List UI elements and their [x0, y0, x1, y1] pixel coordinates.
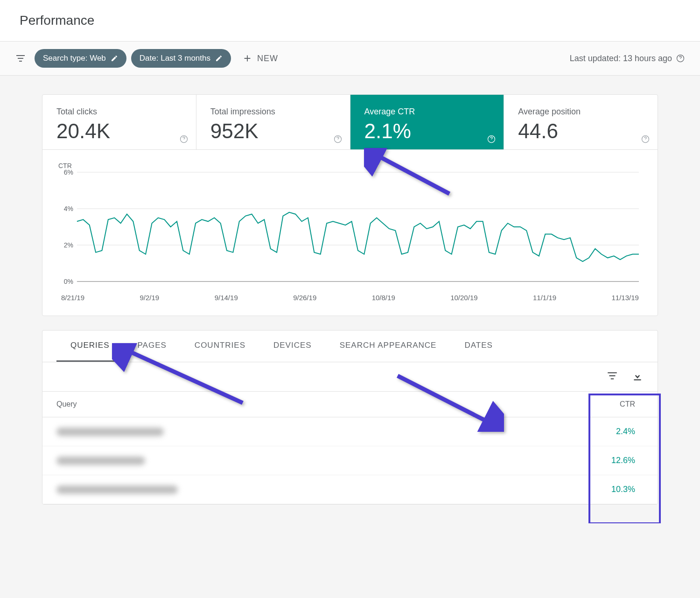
- svg-text:4%: 4%: [64, 205, 73, 212]
- page-title: Performance: [20, 13, 680, 28]
- tab-pages[interactable]: PAGES: [124, 331, 181, 362]
- tab-devices[interactable]: DEVICES: [259, 331, 326, 362]
- x-tick: 9/14/19: [215, 294, 238, 302]
- page-header: Performance: [0, 0, 700, 42]
- metric-box-total-impressions[interactable]: Total impressions952K: [196, 95, 350, 149]
- x-tick: 9/2/19: [140, 294, 160, 302]
- svg-text:6%: 6%: [64, 169, 73, 176]
- x-tick: 11/13/19: [612, 294, 639, 302]
- query-cell: redacted: [56, 457, 578, 465]
- table-row[interactable]: redacted12.6%: [42, 446, 658, 475]
- metric-label: Average CTR: [364, 107, 490, 117]
- search-type-chip[interactable]: Search type: Web: [35, 49, 126, 68]
- last-updated: Last updated: 13 hours ago: [570, 54, 685, 63]
- last-updated-text: Last updated: 13 hours ago: [570, 54, 672, 63]
- chip-label: Date: Last 3 months: [140, 54, 210, 63]
- ctr-cell: 10.3%: [578, 485, 644, 494]
- metric-box-average-ctr[interactable]: Average CTR2.1%: [350, 95, 504, 149]
- help-icon[interactable]: [333, 134, 343, 144]
- tab-dates[interactable]: DATES: [450, 331, 506, 362]
- plus-icon: [242, 53, 252, 63]
- x-tick: 10/8/19: [372, 294, 395, 302]
- help-icon[interactable]: [179, 134, 189, 144]
- metric-value: 2.1%: [364, 120, 490, 143]
- chart-ylabel: CTR: [58, 162, 644, 169]
- query-table: Query CTR redacted2.4%redacted12.6%redac…: [42, 392, 658, 504]
- chart-area: CTR 0%2%4%6% 8/21/199/2/199/14/199/26/19…: [42, 150, 658, 316]
- x-tick: 11/1/19: [533, 294, 556, 302]
- help-icon[interactable]: [487, 134, 496, 144]
- svg-text:0%: 0%: [64, 278, 73, 285]
- x-tick: 9/26/19: [293, 294, 316, 302]
- query-cell: redacted: [56, 485, 578, 494]
- tab-queries[interactable]: QUERIES: [56, 331, 124, 362]
- metric-label: Total impressions: [210, 107, 336, 117]
- tabs-row: QUERIESPAGESCOUNTRIESDEVICESSEARCH APPEA…: [42, 331, 658, 362]
- table-body: redacted2.4%redacted12.6%redacted10.3%: [42, 417, 658, 504]
- table-row[interactable]: redacted10.3%: [42, 475, 658, 504]
- ctr-line-chart: 0%2%4%6%: [56, 169, 644, 291]
- filter-icon[interactable]: [15, 53, 26, 64]
- metric-box-total-clicks[interactable]: Total clicks20.4K: [42, 95, 196, 149]
- tab-countries[interactable]: COUNTRIES: [181, 331, 259, 362]
- chart-x-ticks: 8/21/199/2/199/14/199/26/1910/8/1910/20/…: [56, 294, 644, 302]
- ctr-cell: 12.6%: [578, 456, 644, 465]
- table-filter-icon[interactable]: [606, 370, 618, 384]
- help-icon[interactable]: [676, 54, 685, 63]
- metric-label: Average position: [518, 107, 644, 117]
- pencil-icon: [111, 55, 118, 62]
- pencil-icon: [215, 55, 223, 62]
- svg-text:2%: 2%: [64, 241, 73, 249]
- performance-card: Total clicks20.4KTotal impressions952KAv…: [42, 94, 658, 316]
- new-button-label: NEW: [257, 54, 278, 63]
- metric-label: Total clicks: [56, 107, 182, 117]
- metric-box-average-position[interactable]: Average position44.6: [504, 95, 658, 149]
- query-cell: redacted: [56, 428, 578, 436]
- date-range-chip[interactable]: Date: Last 3 months: [131, 49, 231, 68]
- metric-value: 44.6: [518, 120, 644, 143]
- ctr-cell: 2.4%: [578, 427, 644, 436]
- data-table-card: QUERIESPAGESCOUNTRIESDEVICESSEARCH APPEA…: [42, 330, 658, 505]
- help-icon[interactable]: [641, 134, 650, 144]
- col-query-header[interactable]: Query: [56, 400, 578, 408]
- metrics-row: Total clicks20.4KTotal impressions952KAv…: [42, 95, 658, 150]
- x-tick: 8/21/19: [61, 294, 84, 302]
- metric-value: 20.4K: [56, 120, 182, 143]
- filter-bar: Search type: Web Date: Last 3 months NEW…: [0, 42, 700, 76]
- x-tick: 10/20/19: [450, 294, 477, 302]
- chip-label: Search type: Web: [43, 54, 106, 63]
- table-row[interactable]: redacted2.4%: [42, 417, 658, 446]
- table-tools: [42, 362, 658, 392]
- col-ctr-header[interactable]: CTR: [578, 400, 644, 408]
- tab-search-appearance[interactable]: SEARCH APPEARANCE: [326, 331, 451, 362]
- metric-value: 952K: [210, 120, 336, 143]
- download-icon[interactable]: [631, 370, 644, 384]
- table-header: Query CTR: [42, 392, 658, 417]
- new-filter-button[interactable]: NEW: [242, 53, 278, 63]
